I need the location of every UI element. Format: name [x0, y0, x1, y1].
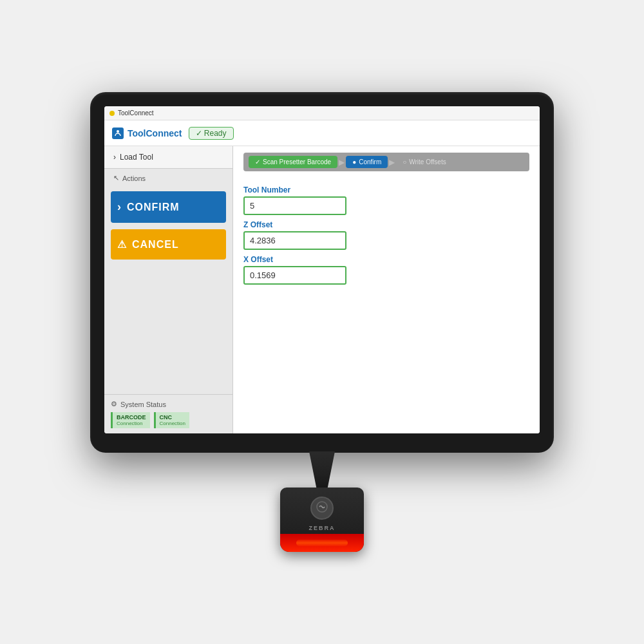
gear-icon: ⚙: [111, 400, 117, 408]
scanner-logo-icon: [316, 500, 328, 516]
scanner-logo: [310, 497, 334, 520]
warning-icon: ⚠: [117, 238, 127, 251]
z-offset-field-group: Z Offset: [243, 215, 529, 250]
actions-label: ↖ Actions: [104, 169, 232, 187]
step-confirm-label: Confirm: [359, 158, 381, 166]
cnc-status-badge: CNC Connection: [154, 412, 189, 428]
device-wrapper: ToolConnect ToolConnect ✓ Ready: [90, 92, 554, 552]
app-name: ToolConnect: [128, 128, 182, 138]
confirm-button[interactable]: › CONFIRM: [111, 191, 226, 223]
cancel-button-label: CANCEL: [132, 239, 179, 251]
x-offset-input[interactable]: [243, 266, 346, 285]
ready-badge: ✓ Ready: [189, 127, 234, 140]
barcode-status-sub: Connection: [117, 421, 146, 426]
tool-number-label: Tool Number: [243, 185, 529, 194]
scanner-laser-area: [280, 534, 364, 552]
system-status-text: System Status: [120, 401, 166, 408]
x-offset-field-group: X Offset: [243, 250, 529, 285]
step-scan-barcode: ✓ Scan Presetter Barcode: [249, 156, 337, 168]
step-confirm: ● Confirm: [346, 156, 388, 168]
right-content: ✓ Scan Presetter Barcode ▶ ● Confirm ▶ ○…: [233, 146, 540, 433]
load-tool-label: Load Tool: [120, 153, 153, 162]
z-offset-label: Z Offset: [243, 220, 529, 229]
title-bar: ToolConnect: [104, 106, 540, 120]
confirm-arrow-icon: ›: [117, 200, 122, 214]
step-write-offsets: ○ Write Offsets: [396, 156, 452, 168]
main-content: › Load Tool ↖ Actions › CONFIRM ⚠ CANCEL: [104, 146, 540, 433]
system-status-label: ⚙ System Status: [111, 400, 226, 408]
status-badges: BARCODE Connection CNC Connection: [111, 412, 226, 428]
scanner-laser-beam: [296, 540, 348, 546]
cancel-button[interactable]: ⚠ CANCEL: [111, 229, 226, 260]
app-title: ToolConnect: [112, 128, 182, 139]
step-write-circle-icon: ○: [402, 158, 406, 166]
confirm-button-label: CONFIRM: [127, 202, 180, 213]
system-status-section: ⚙ System Status BARCODE Connection CNC C…: [104, 394, 232, 433]
x-offset-label: X Offset: [243, 255, 529, 264]
scanner-brand-label: ZEBRA: [309, 525, 336, 531]
z-offset-input[interactable]: [243, 231, 346, 250]
step-scan-check-icon: ✓: [255, 158, 260, 166]
sidebar-spacer: [104, 262, 232, 394]
load-tool-item[interactable]: › Load Tool: [104, 146, 232, 169]
barcode-scanner: ZEBRA: [280, 488, 364, 552]
step-arrow-1: ▶: [339, 158, 345, 167]
header-bar: ToolConnect ✓ Ready: [104, 120, 540, 146]
workflow-steps: ✓ Scan Presetter Barcode ▶ ● Confirm ▶ ○…: [243, 153, 529, 171]
barcode-status-title: BARCODE: [117, 414, 146, 421]
barcode-status-badge: BARCODE Connection: [111, 412, 150, 428]
step-write-label: Write Offsets: [409, 158, 446, 166]
step-arrow-2: ▶: [389, 158, 395, 167]
step-scan-label: Scan Presetter Barcode: [263, 158, 331, 166]
actions-text: Actions: [122, 175, 146, 182]
chevron-right-icon: ›: [113, 153, 116, 162]
title-bar-dot: [109, 111, 115, 116]
monitor: ToolConnect ToolConnect ✓ Ready: [90, 92, 554, 453]
tool-number-field-group: Tool Number: [243, 180, 529, 215]
title-bar-label: ToolConnect: [118, 109, 154, 117]
svg-point-0: [117, 130, 119, 133]
cnc-status-title: CNC: [160, 414, 185, 421]
screen: ToolConnect ToolConnect ✓ Ready: [104, 106, 540, 433]
step-confirm-dot-icon: ●: [352, 158, 356, 166]
app-icon: [112, 128, 124, 139]
ready-label: ✓ Ready: [196, 129, 227, 138]
tool-number-input[interactable]: [243, 196, 346, 215]
cnc-status-sub: Connection: [160, 421, 185, 426]
cursor-icon: ↖: [113, 174, 119, 182]
sidebar: › Load Tool ↖ Actions › CONFIRM ⚠ CANCEL: [104, 146, 233, 433]
stand-neck: [296, 451, 348, 490]
